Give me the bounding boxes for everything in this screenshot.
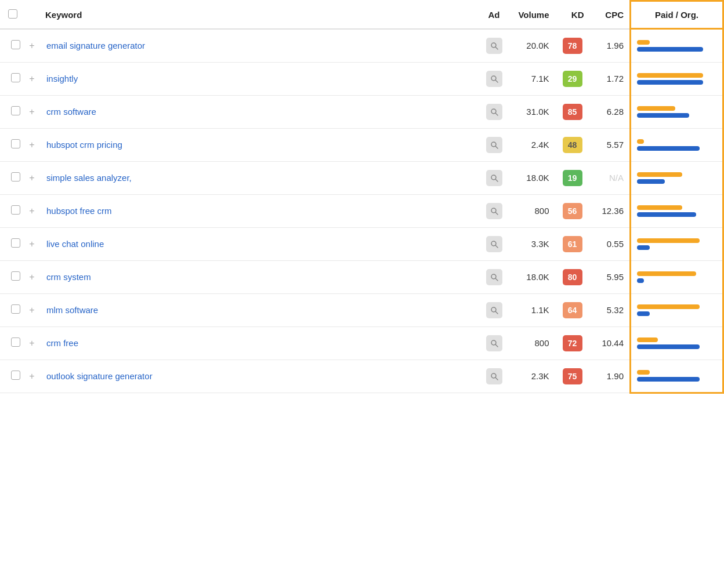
search-icon	[486, 104, 502, 120]
row-keyword[interactable]: outlook signature generator	[41, 360, 480, 393]
row-plus-cell[interactable]: +	[23, 62, 41, 95]
row-volume: 31.0K	[509, 95, 555, 128]
row-keyword[interactable]: crm software	[41, 95, 480, 128]
plus-icon: +	[29, 272, 34, 282]
bar-container	[637, 172, 712, 184]
table-row: +crm software 31.0K856.28	[0, 95, 723, 128]
row-plus-cell[interactable]: +	[23, 161, 41, 194]
org-bar	[637, 344, 700, 349]
row-checkbox[interactable]	[11, 304, 20, 314]
row-keyword[interactable]: hubspot crm pricing	[41, 128, 480, 161]
bar-container	[637, 337, 712, 349]
row-keyword[interactable]: insightly	[41, 62, 480, 95]
plus-icon: +	[29, 371, 34, 381]
row-keyword[interactable]: crm system	[41, 260, 480, 293]
row-cpc: 0.55	[590, 227, 631, 260]
row-ad-cell[interactable]	[480, 260, 509, 293]
row-checkbox-cell	[0, 62, 23, 95]
search-icon	[486, 38, 502, 54]
row-plus-cell[interactable]: +	[23, 360, 41, 393]
row-volume: 7.1K	[509, 62, 555, 95]
row-plus-cell[interactable]: +	[23, 227, 41, 260]
paid-bar	[637, 337, 658, 342]
row-cpc: 1.96	[590, 29, 631, 63]
search-icon	[486, 236, 502, 252]
search-icon	[486, 203, 502, 219]
row-kd: 64	[555, 293, 590, 326]
row-volume: 1.1K	[509, 293, 555, 326]
row-cpc: 10.44	[590, 326, 631, 360]
row-ad-cell[interactable]	[480, 293, 509, 326]
row-checkbox[interactable]	[11, 73, 20, 82]
row-ad-cell[interactable]	[480, 128, 509, 161]
kd-badge: 72	[563, 335, 582, 351]
plus-icon: +	[29, 206, 34, 216]
paid-bar	[637, 238, 700, 243]
org-bar	[637, 245, 650, 250]
row-paid-org	[631, 161, 723, 194]
row-kd: 80	[555, 260, 590, 293]
header-cpc: CPC	[590, 1, 631, 29]
svg-line-13	[495, 245, 498, 248]
row-checkbox[interactable]	[11, 106, 20, 115]
row-paid-org	[631, 194, 723, 227]
row-plus-cell[interactable]: +	[23, 293, 41, 326]
select-all-checkbox[interactable]	[8, 9, 17, 19]
row-plus-cell[interactable]: +	[23, 128, 41, 161]
row-checkbox[interactable]	[11, 205, 20, 215]
row-checkbox[interactable]	[11, 139, 20, 148]
plus-icon: +	[29, 74, 34, 84]
row-checkbox[interactable]	[11, 371, 20, 380]
header-ad: Ad	[480, 1, 509, 29]
row-paid-org	[631, 260, 723, 293]
kd-badge: 61	[563, 236, 582, 252]
row-keyword[interactable]: email signature generator	[41, 29, 480, 63]
org-bar	[637, 179, 665, 184]
row-ad-cell[interactable]	[480, 95, 509, 128]
header-paid-org: Paid / Org.	[631, 1, 723, 29]
row-keyword[interactable]: simple sales analyzer,	[41, 161, 480, 194]
row-ad-cell[interactable]	[480, 62, 509, 95]
row-ad-cell[interactable]	[480, 161, 509, 194]
kd-badge: 29	[563, 71, 582, 87]
table-row: +crm free 8007210.44	[0, 326, 723, 360]
row-checkbox[interactable]	[11, 238, 20, 248]
search-icon	[486, 368, 502, 384]
row-ad-cell[interactable]	[480, 29, 509, 63]
row-keyword[interactable]: hubspot free crm	[41, 194, 480, 227]
table-row: +hubspot free crm 8005612.36	[0, 194, 723, 227]
row-paid-org	[631, 227, 723, 260]
row-checkbox[interactable]	[11, 172, 20, 182]
row-ad-cell[interactable]	[480, 227, 509, 260]
row-cpc: 5.95	[590, 260, 631, 293]
bar-container	[637, 205, 712, 217]
row-paid-org	[631, 95, 723, 128]
bar-container	[637, 271, 712, 283]
plus-icon: +	[29, 140, 34, 150]
row-plus-cell[interactable]: +	[23, 260, 41, 293]
row-checkbox-cell	[0, 326, 23, 360]
row-paid-org	[631, 293, 723, 326]
row-kd: 61	[555, 227, 590, 260]
row-checkbox[interactable]	[11, 40, 20, 49]
row-ad-cell[interactable]	[480, 360, 509, 393]
row-keyword[interactable]: mlm software	[41, 293, 480, 326]
svg-line-7	[495, 146, 498, 148]
keyword-table-wrapper: Keyword Ad Volume KD CPC Paid / Org. +em…	[0, 0, 724, 588]
row-ad-cell[interactable]	[480, 326, 509, 360]
row-keyword[interactable]: crm free	[41, 326, 480, 360]
paid-bar	[637, 40, 650, 45]
row-plus-cell[interactable]: +	[23, 194, 41, 227]
svg-line-9	[495, 179, 498, 182]
row-paid-org	[631, 326, 723, 360]
row-checkbox[interactable]	[11, 271, 20, 281]
row-checkbox[interactable]	[11, 337, 20, 347]
row-checkbox-cell	[0, 128, 23, 161]
row-ad-cell[interactable]	[480, 194, 509, 227]
svg-line-3	[495, 80, 498, 82]
row-plus-cell[interactable]: +	[23, 326, 41, 360]
svg-line-21	[495, 378, 498, 380]
row-plus-cell[interactable]: +	[23, 95, 41, 128]
row-plus-cell[interactable]: +	[23, 29, 41, 63]
row-keyword[interactable]: live chat online	[41, 227, 480, 260]
